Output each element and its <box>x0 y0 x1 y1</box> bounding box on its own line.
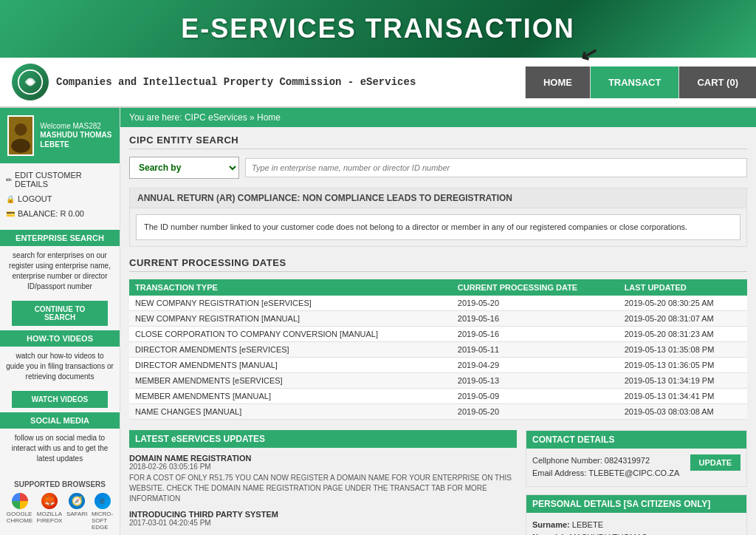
safari-label: SAFARI <box>66 511 87 517</box>
firefox-browser: 🦊 MOZILLAFIREFOX <box>37 493 63 531</box>
chrome-label: GOOGLECHROME <box>7 511 33 524</box>
update-date: 2018-02-26 03:05:16 PM <box>129 463 517 471</box>
howto-description: watch our how-to videos to guide you in … <box>0 347 120 386</box>
contact-details-section: CONTACT DETAILS Cellphone Number: 082431… <box>526 430 747 487</box>
welcome-text: Welcome MAS282 <box>40 122 112 130</box>
edit-icon: ✏ <box>6 176 12 184</box>
page-header: E-SERVICES TRANSACTION <box>0 0 756 58</box>
table-cell: 2019-05-11 <box>452 341 619 357</box>
table-cell: 2019-05-20 08:31:07 AM <box>619 310 747 326</box>
update-heading: INTRODUCING THIRD PARTY SYSTEM <box>129 510 517 519</box>
user-info: Welcome MAS282 MASHUDU THOMAS LEBETE <box>40 122 112 149</box>
table-cell: 2019-05-20 <box>452 403 619 419</box>
main-content: You are here: CIPC eServices » Home CIPC… <box>120 108 756 535</box>
table-cell: 2019-05-13 <box>452 372 619 388</box>
table-row: DIRECTOR AMENDMENTS [MANUAL]2019-04-2920… <box>129 357 747 372</box>
user-fullname: MASHUDU THOMAS LEBETE <box>40 130 112 149</box>
cellphone-value: 0824319972 <box>605 456 650 465</box>
chrome-icon <box>12 493 28 509</box>
edit-customer-details-link[interactable]: ✏ EDIT CUSTOMER DETAILS <box>0 168 120 191</box>
howto-section-title: HOW-TO VIDEOS <box>0 330 120 347</box>
col-last-updated: LAST UPDATED <box>619 279 747 296</box>
page-title: E-SERVICES TRANSACTION <box>13 13 743 44</box>
table-cell: MEMBER AMENDMENTS [MANUAL] <box>129 388 452 403</box>
bottom-columns: LATEST eSERVICES UPDATES DOMAIN NAME REG… <box>129 430 747 536</box>
compliance-section: ANNUAL RETURN (AR) COMPLIANCE: NON COMPL… <box>129 188 747 247</box>
edge-icon: e <box>94 493 111 509</box>
contact-info: Cellphone Number: 0824319972 Email Addre… <box>532 454 679 480</box>
names-row: Name(s): MASHUDU THOMAS <box>532 531 740 535</box>
col-current-processing-date: CURRENT PROCESSING DATE <box>452 279 619 296</box>
continue-to-search-button[interactable]: CONTINUE TO SEARCH <box>12 301 108 326</box>
sidebar-menu: ✏ EDIT CUSTOMER DETAILS 🔒 LOGOUT 💳 BALAN… <box>0 163 120 225</box>
update-contact-button[interactable]: UPDATE <box>690 454 740 471</box>
table-cell: CLOSE CORPORATION TO COMPANY CONVERSION … <box>129 326 452 341</box>
safari-icon: 🧭 <box>69 493 85 509</box>
social-media-section-title: SOCIAL MEDIA <box>0 412 120 429</box>
search-input[interactable] <box>245 158 747 177</box>
nav-bar: Companies and Intellectual Property Comm… <box>0 58 756 108</box>
table-row: DIRECTOR AMENDMENTS [eSERVICES]2019-05-1… <box>129 341 747 357</box>
processing-dates-section: CURRENT PROCESSING DATES TRANSACTION TYP… <box>129 257 747 420</box>
cart-nav-link[interactable]: CART (0) <box>678 67 756 98</box>
firefox-icon: 🦊 <box>41 493 58 509</box>
nav-links: HOME TRANSACT CART (0) <box>525 67 756 98</box>
search-by-select[interactable]: Search by Enterprise Name Enterprise Num… <box>129 157 239 179</box>
table-cell: 2019-04-29 <box>452 357 619 372</box>
cellphone-label: Cellphone Number: <box>532 456 602 465</box>
home-nav-link[interactable]: HOME <box>525 67 590 98</box>
user-avatar-area: Welcome MAS282 MASHUDU THOMAS LEBETE <box>0 108 120 163</box>
table-cell: DIRECTOR AMENDMENTS [eSERVICES] <box>129 341 452 357</box>
col-transaction-type: TRANSACTION TYPE <box>129 279 452 296</box>
svg-point-4 <box>11 139 30 153</box>
table-row: CLOSE CORPORATION TO COMPANY CONVERSION … <box>129 326 747 341</box>
watch-videos-button[interactable]: WATCH VIDEOS <box>12 391 108 408</box>
update-date: 2017-03-01 04:20:45 PM <box>129 519 517 527</box>
table-cell: NAME CHANGES [MANUAL] <box>129 403 452 419</box>
update-heading: DOMAIN NAME REGISTRATION <box>129 454 517 463</box>
browsers-title: SUPPORTED BROWSERS <box>6 480 114 488</box>
balance-label: BALANCE: R 0.00 <box>18 209 84 218</box>
cellphone-row: Cellphone Number: 0824319972 <box>532 454 679 468</box>
list-item: INTRODUCING THIRD PARTY SYSTEM 2017-03-0… <box>129 510 517 527</box>
eservices-updates-title: LATEST eSERVICES UPDATES <box>129 430 517 448</box>
browsers-section: SUPPORTED BROWSERS GOOGLECHROME 🦊 MOZILL… <box>0 476 120 535</box>
logout-link[interactable]: 🔒 LOGOUT <box>0 191 120 206</box>
company-name: Companies and Intellectual Property Comm… <box>56 76 416 88</box>
table-row: MEMBER AMENDMENTS [MANUAL]2019-05-092019… <box>129 388 747 403</box>
eservices-updates-section: LATEST eSERVICES UPDATES DOMAIN NAME REG… <box>129 430 517 536</box>
contact-body: Cellphone Number: 0824319972 Email Addre… <box>526 449 746 486</box>
table-cell: 2019-05-13 01:36:05 PM <box>619 357 747 372</box>
table-row: NEW COMPANY REGISTRATION [eSERVICES]2019… <box>129 296 747 311</box>
right-column: CONTACT DETAILS Cellphone Number: 082431… <box>526 430 747 536</box>
transact-nav-link[interactable]: TRANSACT <box>590 67 679 98</box>
logo-area: Companies and Intellectual Property Comm… <box>0 58 427 106</box>
enterprise-search-description: search for enterprises on our register u… <box>0 246 120 296</box>
table-cell: 2019-05-20 08:31:23 AM <box>619 326 747 341</box>
edge-browser: e MICRO-SOFTEDGE <box>92 493 113 531</box>
logo-icon <box>12 64 49 100</box>
surname-label: Surname: <box>532 520 570 529</box>
table-cell: 2019-05-16 <box>452 326 619 341</box>
table-cell: 2019-05-20 <box>452 296 619 311</box>
processing-dates-table: TRANSACTION TYPE CURRENT PROCESSING DATE… <box>129 279 747 420</box>
table-cell: 2019-05-13 01:34:19 PM <box>619 372 747 388</box>
table-row: MEMBER AMENDMENTS [eSERVICES]2019-05-132… <box>129 372 747 388</box>
update-body: FOR A COST OF ONLY R51.75 YOU CAN NOW RE… <box>129 473 517 504</box>
table-cell: 2019-05-13 01:34:41 PM <box>619 388 747 403</box>
balance-display: 💳 BALANCE: R 0.00 <box>0 206 120 221</box>
email-value: TLEBETE@CIPC.CO.ZA <box>588 468 679 477</box>
table-cell: 2019-05-03 08:03:08 AM <box>619 403 747 419</box>
main-layout: Welcome MAS282 MASHUDU THOMAS LEBETE ✏ E… <box>0 108 756 535</box>
svg-point-3 <box>15 123 27 136</box>
logout-label: LOGOUT <box>18 194 52 203</box>
table-row: NAME CHANGES [MANUAL]2019-05-202019-05-0… <box>129 403 747 419</box>
browser-icons: GOOGLECHROME 🦊 MOZILLAFIREFOX 🧭 SAFARI e… <box>6 493 114 531</box>
email-row: Email Address: TLEBETE@CIPC.CO.ZA <box>532 467 679 480</box>
entity-search-title: CIPC ENTITY SEARCH <box>129 134 747 149</box>
surname-value: LEBETE <box>572 520 603 529</box>
personal-details-section: PERSONAL DETAILS [SA CITIZENS ONLY] Surn… <box>526 494 747 535</box>
avatar <box>7 115 34 156</box>
chrome-browser: GOOGLECHROME <box>7 493 33 531</box>
enterprise-search-section-title: ENTERPRISE SEARCH <box>0 230 120 246</box>
